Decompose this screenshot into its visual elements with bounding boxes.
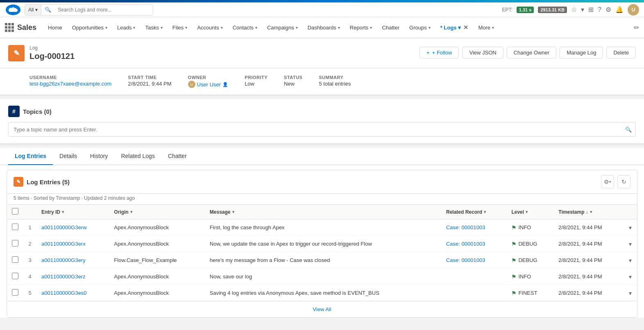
ept-value: 1.31 s [517,7,534,13]
entry-id-link-3[interactable]: a001100000G3erz [41,273,86,280]
log-entries-panel: ✎ Log Entries (5) ⚙ ▾ ↻ 5 items · Sorted… [7,170,637,318]
row-action-dropdown-2[interactable]: ▾ [629,257,632,264]
cell-message-0: First, log the case through Apex [205,219,441,236]
nav-item-dashboards[interactable]: Dashboards ▾ [303,17,345,38]
cell-row-action-4: ▾ [624,285,637,301]
owner-link[interactable]: User User [197,81,221,88]
log-entries-icon: ✎ [14,177,23,187]
nav-item-contacts[interactable]: Contacts ▾ [228,17,262,38]
refresh-button[interactable]: ↻ [617,175,630,188]
nav-item-reports[interactable]: Reports ▾ [345,17,377,38]
nav-bar: Sales Home Opportunities ▾ Leads ▾ Tasks… [0,17,644,38]
chevron-down-icon: ▾ [221,25,223,30]
chevron-down-icon: ▾ [255,25,257,30]
table-scroll-wrapper: Entry ID ▾ Origin ▾ Mess [7,204,637,301]
settings-dropdown-button[interactable]: ⚙ ▾ [601,175,614,188]
view-all-link[interactable]: View All [313,306,331,312]
record-icon: ✎ [8,45,25,61]
nav-item-home[interactable]: Home [43,17,67,38]
tab-chatter[interactable]: Chatter [161,148,193,165]
salesforce-logo[interactable] [5,4,21,16]
flag-icon-1: ⚑ [511,241,517,247]
manage-log-button[interactable]: Manage Log [560,47,603,59]
chevron-down-icon: ▾ [35,7,38,13]
chevron-down-icon: ▾ [484,210,486,214]
th-message[interactable]: Message ▾ [205,205,441,219]
related-record-link-2[interactable]: Case: 00001003 [446,257,485,263]
utility-bar-right: EPT: 1.31 s 2913.31 KB ☆ ▾ ⊞ ? ⚙ 🔔 U [502,4,639,16]
star-icon[interactable]: ☆ [571,6,577,14]
nav-item-more[interactable]: More ▾ [473,17,499,38]
app-launcher[interactable]: Sales [5,23,36,32]
entry-id-link-4[interactable]: a001100000G3es0 [41,290,87,296]
nav-item-groups[interactable]: Groups ▾ [404,17,435,38]
nav-item-leads[interactable]: Leads ▾ [112,17,140,38]
related-record-link-1[interactable]: Case: 00001003 [446,241,485,247]
nav-item-files[interactable]: Files ▾ [168,17,192,38]
th-level[interactable]: Level ▾ [506,205,553,219]
related-record-link-0[interactable]: Case: 00001003 [446,224,485,231]
row-checkbox-0[interactable] [12,224,18,230]
cell-entry-id-1: a001100000G3erx [36,236,109,252]
topics-input[interactable] [8,122,636,137]
tab-history[interactable]: History [84,148,115,165]
tab-log-entries[interactable]: Log Entries [8,148,53,165]
help-icon[interactable]: ? [598,6,601,14]
notification-icon[interactable]: 🔔 [615,6,624,14]
cell-related-record-0: Case: 00001003 [441,219,506,236]
flag-icon-0: ⚑ [511,224,517,231]
waffle-icon[interactable] [5,23,14,32]
cell-timestamp-3: 2/8/2021, 9:44 PM [553,269,624,285]
edit-nav-icon[interactable]: ✏ [634,24,639,32]
view-all-bar: View All [7,301,637,317]
delete-button[interactable]: Delete [606,47,636,59]
row-checkbox-4[interactable] [12,289,18,296]
change-owner-button[interactable]: Change Owner [507,47,556,59]
chevron-down-icon: ▾ [609,180,611,184]
row-checkbox-3[interactable] [12,273,18,279]
record-type: Log [29,45,75,51]
row-checkbox-2[interactable] [12,256,18,263]
table-row: 5 a001100000G3es0 Apex.AnonymousBlock Sa… [7,285,637,301]
follow-button[interactable]: + + Follow [420,47,459,59]
tab-details[interactable]: Details [53,148,84,165]
close-tab-icon[interactable]: ✕ [463,24,468,31]
entry-id-link-0[interactable]: a001100000G3erw [41,224,87,231]
cell-level-4: ⚑ FINEST [506,285,553,301]
record-header-left: ✎ Log Log-000121 [8,45,75,61]
th-related-record[interactable]: Related Record ▾ [441,205,506,219]
search-input[interactable] [54,5,153,15]
user-avatar[interactable]: U [628,4,639,16]
cell-entry-id-3: a001100000G3erz [36,269,109,285]
dropdown-arrow-icon[interactable]: ▾ [581,6,584,14]
entry-id-link-1[interactable]: a001100000G3erx [41,241,86,247]
record-header-actions: + + Follow View JSON Change Owner Manage… [420,47,636,59]
row-action-dropdown-0[interactable]: ▾ [629,224,632,231]
field-value-username[interactable]: test-bgg26zx7xaee@example.com [29,81,111,87]
settings-icon[interactable]: ⚙ [605,6,611,14]
nav-item-chatter[interactable]: Chatter [377,17,404,38]
nav-item-logs[interactable]: * Logs ▾ ✕ [435,17,474,38]
add-icon[interactable]: ⊞ [588,6,594,14]
row-action-dropdown-3[interactable]: ▾ [629,273,632,280]
cell-timestamp-2: 2/8/2021, 9:44 PM [553,252,624,269]
cell-level-3: ⚑ INFO [506,269,553,285]
tab-related-logs[interactable]: Related Logs [114,148,161,165]
th-entry-id[interactable]: Entry ID ▾ [36,205,109,219]
row-action-dropdown-4[interactable]: ▾ [629,290,632,296]
cell-level-2: ⚑ DEBUG [506,252,553,269]
th-origin[interactable]: Origin ▾ [109,205,204,219]
nav-item-tasks[interactable]: Tasks ▾ [140,17,167,38]
search-scope-select[interactable]: All ▾ [25,5,41,15]
row-checkbox-1[interactable] [12,240,18,246]
flag-icon-2: ⚑ [511,257,517,264]
view-json-button[interactable]: View JSON [462,47,503,59]
utility-bar: All ▾ 🔍 EPT: 1.31 s 2913.31 KB ☆ ▾ ⊞ ? ⚙… [0,2,644,17]
th-timestamp[interactable]: Timestamp ↓ ▾ [553,205,624,219]
select-all-checkbox[interactable] [12,208,18,215]
entry-id-link-2[interactable]: a001100000G3ery [41,257,86,263]
row-action-dropdown-1[interactable]: ▾ [629,241,632,247]
nav-item-accounts[interactable]: Accounts ▾ [192,17,227,38]
nav-item-opportunities[interactable]: Opportunities ▾ [67,17,112,38]
nav-item-campaigns[interactable]: Campaigns ▾ [262,17,303,38]
